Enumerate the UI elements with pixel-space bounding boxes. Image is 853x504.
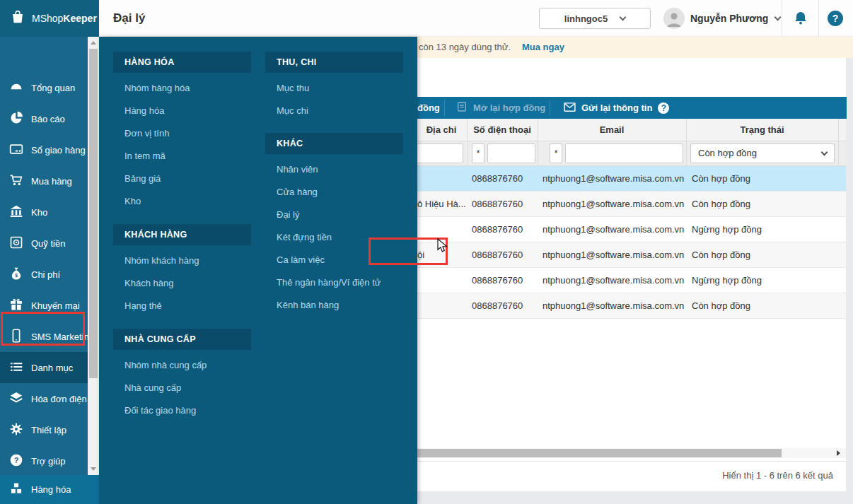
menu-item-hang-the[interactable]: Hạng thẻ [113,295,251,317]
store-selector-dropdown[interactable]: linhngoc5 [539,8,651,29]
toolbar-separator [444,100,445,116]
money-bag-icon: $ [9,266,23,283]
store-selector-value: linhngoc5 [564,13,608,24]
cell-email: ntphuong1@software.misa.com.vn [542,166,684,192]
sidebar-item-hoa-don-dien-tu[interactable]: Hóa đơn điện tử [0,383,88,414]
scroll-down-arrow-icon[interactable] [88,464,99,474]
scroll-up-arrow-icon[interactable] [88,37,99,48]
cart-icon [9,173,23,189]
cell-status: Ngừng hợp đồng [692,217,762,242]
trial-message: còn 13 ngày dùng thử. [419,37,511,58]
column-header-status[interactable]: Trạng thái [686,119,838,141]
gear-icon [9,422,23,438]
sidebar-scrollbar[interactable] [88,37,99,475]
menu-item-the-ngan-hang-vi-dien-tu[interactable]: Thẻ ngân hàng/Ví điện tử [265,271,403,294]
scrollbar-thumb[interactable] [89,49,98,378]
svg-text:?: ? [14,456,19,464]
menu-section-khach-hang: KHÁCH HÀNG [113,224,251,245]
scroll-right-arrow-icon[interactable] [837,450,840,456]
menu-item-in-tem-ma[interactable]: In tem mã [113,145,251,168]
cell-phone: 0868876760 [472,242,523,268]
status-filter-dropdown[interactable]: Còn hợp đồng [690,143,835,163]
highlight-box-danh-muc [1,312,85,346]
delivery-truck-icon [9,142,23,158]
reopen-contract-button[interactable]: Mở lại hợp đồng [456,97,545,119]
menu-item-nhan-vien[interactable]: Nhân viên [265,158,403,181]
toolbar-separator [550,100,550,116]
avatar[interactable] [663,8,685,29]
help-icon[interactable]: ? [658,102,669,114]
partially-hidden-button[interactable]: đồng [417,97,440,119]
svg-text:$: $ [15,273,18,279]
cell-status: Ngừng hợp đồng [692,268,762,293]
menu-item-nha-cung-cap[interactable]: Nhà cung cấp [113,377,251,399]
sidebar-item-hang-hoa[interactable]: Hàng hóa [0,475,99,504]
menu-item-nhom-hang-hoa[interactable]: Nhóm hàng hóa [113,77,251,100]
menu-item-don-vi-tinh[interactable]: Đơn vị tính [113,122,251,145]
sidebar-item-chi-phi[interactable]: $ Chi phí [0,259,88,290]
cell-phone: 0868876760 [472,166,523,192]
pie-chart-icon [9,111,23,127]
sidebar-item-bao-cao[interactable]: Báo cáo [0,103,88,134]
user-menu[interactable]: Nguyễn Phương [690,0,780,37]
mouse-cursor [437,238,448,256]
safe-icon [9,235,23,252]
menu-item-nhom-khach-hang[interactable]: Nhóm khách hàng [113,250,251,272]
menu-item-khach-hang[interactable]: Khách hàng [113,272,251,295]
menu-section-thu-chi: THU, CHI [265,52,403,73]
email-filter-operator-button[interactable]: * [550,143,562,163]
cell-email: ntphuong1@software.misa.com.vn [542,217,684,242]
page-margin [846,58,853,504]
menu-item-cua-hang[interactable]: Cửa hàng [265,181,403,204]
resend-info-button[interactable]: Gửi lại thông tin ? [564,97,669,119]
highlight-box-dai-ly [369,238,448,265]
sidebar-item-quy-tien[interactable]: Quỹ tiền [0,228,88,259]
menu-item-bang-gia[interactable]: Bảng giá [113,168,251,190]
sidebar-item-tro-giup[interactable]: ? Trợ giúp [0,445,88,476]
cell-phone: 0868876760 [472,293,523,319]
email-filter-input[interactable] [565,143,683,163]
notifications-bell-icon[interactable] [792,10,809,27]
app-logo[interactable]: MShopKeeper [0,0,99,37]
sidebar-item-mua-hang[interactable]: Mua hàng [0,165,88,197]
menu-item-kho[interactable]: Kho [113,190,251,213]
sidebar-item-tong-quan[interactable]: Tổng quan [0,72,88,103]
phone-filter-operator-button[interactable]: * [472,143,484,163]
sidebar-item-kho[interactable]: Kho [0,197,88,228]
menu-section-hang-hoa: HÀNG HÓA [113,52,251,73]
menu-item-kenh-ban-hang[interactable]: Kênh bán hàng [265,294,403,317]
cell-email: ntphuong1@software.misa.com.vn [542,192,684,217]
chevron-down-icon [821,149,828,156]
brand-name: MShopKeeper [32,13,97,24]
cell-status: Còn hợp đồng [692,166,750,192]
shopping-bag-icon [10,9,25,28]
sidebar-item-so-giao-hang[interactable]: Sổ giao hàng [0,134,88,165]
cell-email: ntphuong1@software.misa.com.vn [542,293,684,319]
sidebar-item-thiet-lap[interactable]: Thiết lập [0,414,88,445]
column-header-address[interactable]: Địa chỉ [416,119,467,141]
menu-item-hang-hoa[interactable]: Hàng hóa [113,100,251,122]
chevron-down-icon [774,13,782,20]
sidebar: Tổng quan Báo cáo Sổ giao hàng Mua hàng … [0,37,99,475]
menu-item-dai-ly[interactable]: Đại lý [265,204,403,226]
list-icon [9,360,23,376]
cell-phone: 0868876760 [472,268,523,293]
column-header-phone[interactable]: Số điện thoại [467,119,538,141]
menu-item-nhom-nha-cung-cap[interactable]: Nhóm nhà cung cấp [113,354,251,377]
warehouse-icon [9,204,23,221]
help-icon[interactable]: ? [828,11,843,26]
menu-item-muc-thu[interactable]: Mục thu [265,77,403,100]
phone-filter-input[interactable] [487,143,535,163]
cell-status: Còn hợp đồng [692,293,750,319]
column-header-email[interactable]: Email [538,119,686,141]
buy-now-link[interactable]: Mua ngay [522,37,564,58]
gauge-icon [9,80,23,96]
cubes-icon [9,481,23,498]
cell-email: ntphuong1@software.misa.com.vn [542,268,684,293]
header-divider [782,0,782,37]
menu-section-khac: KHÁC [265,133,403,154]
menu-item-doi-tac-giao-hang[interactable]: Đối tác giao hàng [113,399,251,422]
sidebar-item-danh-muc[interactable]: Danh mục [0,352,88,383]
danh-muc-mega-menu: HÀNG HÓA Nhóm hàng hóa Hàng hóa Đơn vị t… [99,37,417,504]
menu-item-muc-chi[interactable]: Mục chi [265,100,403,122]
